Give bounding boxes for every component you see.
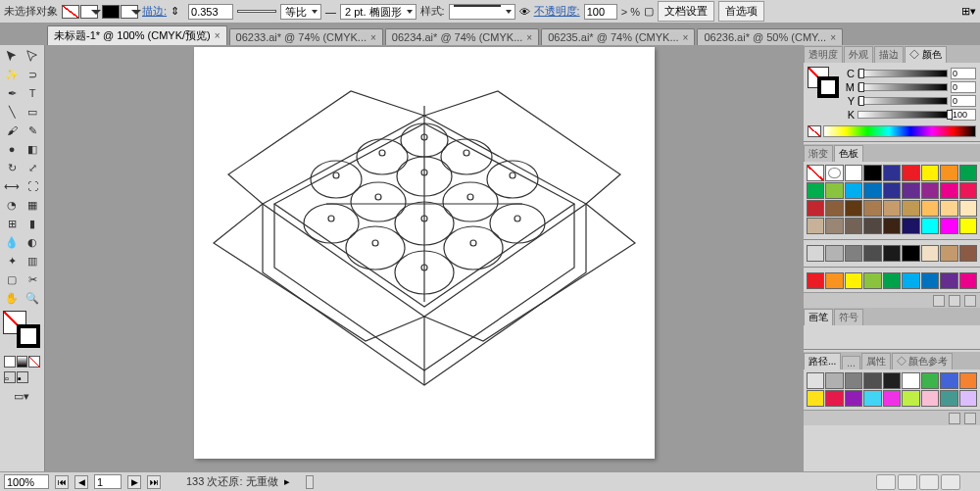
pf-tabs-tab-3[interactable]: ◇ 颜色参考 [892, 353, 954, 369]
line-tool[interactable]: ╲ [2, 103, 22, 121]
swatch-22[interactable] [883, 200, 901, 217]
stroke-swatch-control[interactable] [102, 5, 138, 19]
swatch-3[interactable] [863, 245, 881, 262]
swatch-16[interactable] [940, 390, 957, 407]
none-mode-button[interactable] [28, 356, 40, 368]
style-dropdown[interactable] [449, 4, 515, 20]
swatch-14[interactable] [902, 390, 919, 407]
artboard-tool[interactable]: ▢ [2, 270, 22, 288]
shape-builder-tool[interactable]: ◔ [2, 196, 22, 214]
magic-wand-tool[interactable]: ✨ [2, 66, 22, 83]
ime-icon[interactable] [876, 474, 896, 490]
swatch-6[interactable] [921, 165, 939, 181]
close-icon[interactable]: × [215, 30, 220, 41]
free-transform-tool[interactable]: ⛶ [23, 177, 42, 195]
fill-swatch-control[interactable] [62, 5, 98, 19]
gradient-tool[interactable]: ▮ [23, 215, 42, 232]
swatch-4[interactable] [883, 272, 901, 289]
clip-icon[interactable]: ▢ [644, 5, 654, 18]
profile-dropdown[interactable]: 2 pt. 椭圆形 [340, 4, 416, 20]
swatch-7[interactable] [940, 245, 957, 262]
screen-mode-normal[interactable]: ▫ [4, 371, 16, 383]
rectangle-tool[interactable]: ▭ [23, 103, 42, 121]
swatch-7[interactable] [940, 372, 957, 389]
page-input[interactable] [94, 474, 122, 489]
swatch-21[interactable] [863, 200, 881, 217]
lasso-tool[interactable]: ⊃ [23, 66, 42, 83]
channel-Y-slider[interactable] [858, 97, 948, 105]
width-tool[interactable]: ⟷ [2, 177, 22, 195]
channel-Y-value[interactable] [951, 95, 976, 107]
symbol-sprayer-tool[interactable]: ✦ [2, 252, 22, 270]
swatch-14[interactable] [902, 182, 919, 199]
zoom-tool[interactable]: 🔍 [23, 289, 42, 307]
next-page-button[interactable]: ▶ [127, 475, 141, 489]
rotate-tool[interactable]: ↻ [2, 159, 22, 176]
screen-mode-full[interactable]: ▪ [17, 371, 28, 383]
pencil-tool[interactable]: ✎ [23, 122, 42, 139]
swatch-1[interactable] [825, 165, 843, 181]
swatch-0[interactable] [807, 272, 824, 289]
swatch-30[interactable] [863, 218, 881, 234]
stroke-weight-input[interactable] [188, 4, 233, 20]
pen-tool[interactable]: ✒ [2, 84, 22, 102]
swatch-17[interactable] [959, 182, 977, 199]
swatch-35[interactable] [959, 218, 977, 234]
swatch-8[interactable] [959, 165, 977, 181]
ime-icon-4[interactable] [941, 474, 960, 490]
document-tab-4[interactable]: 06236.ai* @ 50% (CMY...× [697, 28, 843, 45]
close-icon[interactable]: × [370, 32, 376, 43]
document-tab-3[interactable]: 06235.ai* @ 74% (CMYK...× [541, 28, 695, 45]
swatch-tabs-tab-1[interactable]: 色板 [834, 145, 863, 162]
eraser-tool[interactable]: ◧ [23, 140, 42, 158]
swatch-17[interactable] [959, 390, 977, 407]
swatch-5[interactable] [902, 272, 919, 289]
swatch-new-icon[interactable] [949, 295, 960, 307]
channel-K-slider[interactable] [858, 111, 948, 119]
pf-tabs-tab-2[interactable]: 属性 [861, 353, 891, 369]
swatch-28[interactable] [825, 218, 843, 234]
swatch-16[interactable] [940, 182, 957, 199]
slice-tool[interactable]: ✂ [23, 270, 42, 288]
prefs-button[interactable]: 首选项 [718, 1, 764, 22]
ime-icon-3[interactable] [919, 474, 939, 490]
blob-brush-tool[interactable]: ● [2, 140, 22, 158]
swatch-13[interactable] [883, 390, 901, 407]
swatch-8[interactable] [959, 372, 977, 389]
swatch-15[interactable] [921, 182, 939, 199]
swatch-2[interactable] [845, 272, 862, 289]
channel-M-slider[interactable] [858, 83, 948, 91]
swatch-11[interactable] [845, 390, 862, 407]
swatch-9[interactable] [807, 390, 824, 407]
swatch-4[interactable] [883, 165, 901, 181]
close-icon[interactable]: × [526, 32, 532, 43]
channel-M-value[interactable] [951, 81, 976, 93]
swatch-5[interactable] [902, 372, 919, 389]
color-mode-button[interactable] [4, 356, 16, 368]
swatch-tabs-tab-0[interactable]: 渐变 [804, 145, 833, 162]
swatch-3[interactable] [863, 165, 881, 181]
color-tabs-tab-1[interactable]: 外观 [844, 46, 873, 63]
brush-tabs-tab-0[interactable]: 画笔 [804, 309, 833, 325]
swatch-8[interactable] [959, 245, 977, 262]
swatch-3[interactable] [863, 272, 881, 289]
guide-opt2-icon[interactable] [964, 413, 976, 424]
swatch-18[interactable] [807, 200, 824, 217]
uniform-dropdown[interactable]: 等比 [280, 4, 321, 20]
mesh-tool[interactable]: ⊞ [2, 215, 22, 232]
swatch-24[interactable] [921, 200, 939, 217]
channel-C-slider[interactable] [858, 70, 948, 77]
document-tab-1[interactable]: 06233.ai* @ 74% (CMYK...× [229, 28, 383, 45]
graph-tool[interactable]: ▥ [23, 252, 42, 270]
swatch-3[interactable] [863, 372, 881, 389]
swatch-6[interactable] [921, 372, 939, 389]
spectrum-bar[interactable] [823, 125, 976, 137]
swatch-32[interactable] [902, 218, 919, 234]
color-tabs-tab-3[interactable]: ◇ 颜色 [905, 46, 947, 63]
pf-tabs-tab-1[interactable]: ... [842, 356, 859, 369]
pf-tabs-tab-0[interactable]: 路径... [804, 353, 841, 369]
hand-tool[interactable]: ✋ [2, 289, 22, 307]
scale-tool[interactable]: ⤢ [23, 159, 42, 176]
swatch-1[interactable] [825, 245, 843, 262]
swatch-12[interactable] [863, 182, 881, 199]
